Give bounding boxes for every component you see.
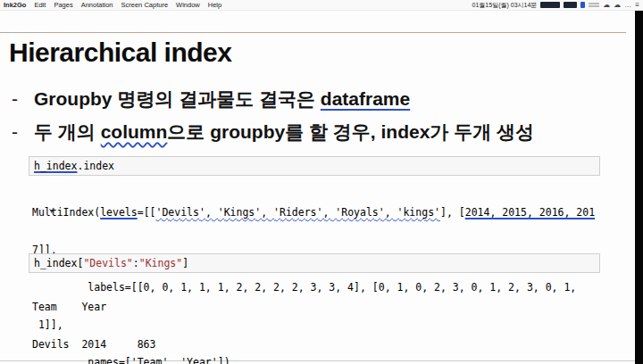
- cloud-sync-icon[interactable]: ☁: [614, 2, 621, 9]
- input-source-icon[interactable]: [589, 3, 599, 7]
- string-literal: "Devils": [83, 257, 132, 269]
- menu-item-help[interactable]: Help: [208, 1, 221, 9]
- bullet-marker: -: [12, 88, 34, 110]
- code-cell-output-2: Team Year Devils 2014 863 2015 673 Kings…: [32, 277, 193, 364]
- bullet2-text: 두 개의: [34, 121, 101, 142]
- menu-item-edit[interactable]: Edit: [34, 1, 46, 9]
- pen-cursor-icon: [48, 208, 56, 216]
- code-cell-input-2: h_index["Devils":"Kings"]: [29, 253, 600, 273]
- menubar: Ink2Go Edit Pages Annotation Screen Capt…: [0, 0, 643, 11]
- cloud-icon[interactable]: ☁: [603, 2, 610, 9]
- right-black-bar: [635, 11, 643, 364]
- output2-header: Team Year: [32, 302, 193, 314]
- bullet-groupby-dataframe: -Groupby 명령의 결과물도 결국은 dataframe: [12, 87, 410, 112]
- menu-item-annotation[interactable]: Annotation: [81, 1, 113, 9]
- code-cell-input-1: h_index.index: [29, 156, 600, 176]
- string-literal: "Kings": [139, 257, 182, 269]
- bullet1-text: Groupby 명령의 결과물도 결국은: [34, 88, 321, 109]
- bullet-marker: -: [12, 121, 34, 143]
- slide-top-separator: [0, 32, 626, 33]
- battery-indicator-icon[interactable]: [540, 2, 560, 8]
- menu-item-window[interactable]: Window: [176, 1, 200, 9]
- menubar-status-area: 01월15일(월) 03시14분 ☁ ☁ … ≡: [472, 1, 639, 10]
- menu-item-screen-capture[interactable]: Screen Capture: [121, 1, 169, 9]
- output1-line0: MultiIndex(levels=[['Devils', 'Kings', '…: [32, 206, 595, 219]
- status-datetime: 01월15일(월) 03시14분: [472, 1, 538, 10]
- bullet1-underlined-word: dataframe: [321, 88, 410, 109]
- bluetooth-status-icon[interactable]: [580, 2, 585, 8]
- menu-app-name[interactable]: Ink2Go: [4, 1, 26, 9]
- app-status-icon[interactable]: [564, 2, 577, 8]
- notification-center-icon[interactable]: ≡: [635, 2, 639, 9]
- bullet2-underlined-word: column: [101, 121, 168, 142]
- code1-variable: h_index: [34, 160, 77, 172]
- table-row: Devils 2014 863: [32, 339, 193, 352]
- bullet-two-columns: -두 개의 column으로 groupby를 할 경우, index가 두개 …: [12, 120, 534, 145]
- menu-item-pages[interactable]: Pages: [54, 1, 72, 9]
- page-title: Hierarchical index: [9, 37, 231, 68]
- more-icon[interactable]: …: [624, 2, 631, 9]
- app-window: Ink2Go Edit Pages Annotation Screen Capt…: [0, 0, 643, 364]
